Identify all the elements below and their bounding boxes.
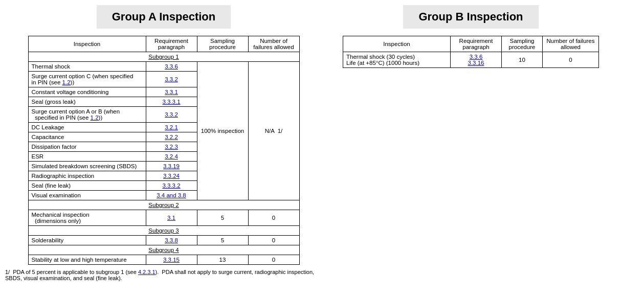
cell-inspection: Mechanical inspection (dimensions only) [28,210,146,226]
group-a-header-row: Inspection Requirement paragraph Samplin… [28,36,299,52]
group-b-section: Group B Inspection Inspection Requiremen… [343,5,599,68]
subgroup3-label-text: Subgroup 3 [148,227,179,234]
cell-inspection: Visual examination [28,191,146,200]
footnote-text: 1/ PDA of 5 percent is applicable to sub… [5,269,314,281]
cell-failures: 0 [248,236,299,245]
table-row: Stability at low and high temperature 3.… [28,255,299,265]
cell-req: 3.3.2 [146,72,197,87]
cell-req: 3.4 and 3.8 [146,191,197,200]
header-sampling-b: Sampling procedure [502,36,543,52]
header-requirement-b: Requirement paragraph [451,36,502,52]
cell-inspection: ESR [28,152,146,162]
table-row: Solderability 3.3.8 5 0 [28,236,299,245]
cell-req: 3.3.6 [146,62,197,72]
group-a-table: Inspection Requirement paragraph Samplin… [28,36,300,265]
cell-req: 3.3.1 [146,87,197,97]
subgroup3-header-row: Subgroup 3 [28,226,299,236]
link-1-2a[interactable]: 1.2 [62,79,71,85]
group-a-title: Group A Inspection [97,5,231,29]
cell-sampling: 5 [197,236,248,245]
group-b-header-row: Inspection Requirement paragraph Samplin… [343,36,599,52]
subgroup4-label-text: Subgroup 4 [148,247,179,253]
cell-req: 3.3.3.2 [146,181,197,191]
subgroup2-label-text: Subgroup 2 [148,202,179,208]
group-b-table: Inspection Requirement paragraph Samplin… [343,36,599,68]
cell-inspection: Capacitance [28,132,146,142]
cell-sampling-b1: 10 [502,52,543,68]
page-container: Group A Inspection Inspection Requiremen… [5,5,639,281]
cell-failures: 0 [248,210,299,226]
cell-inspection: Constant voltage conditioning [28,87,146,97]
cell-req-b1: 3.3.6 3.3.16 [451,52,502,68]
cell-inspection: Thermal shock [28,62,146,72]
footnote: 1/ PDA of 5 percent is applicable to sub… [5,269,322,281]
subgroup3-label: Subgroup 3 [28,226,299,236]
cell-inspection: Simulated breakdown screening (SBDS) [28,162,146,171]
cell-inspection: Surge current option A or B (when specif… [28,107,146,123]
header-failures-b: Number of failures allowed [543,36,599,52]
cell-req: 3.1 [146,210,197,226]
cell-req: 3.3.24 [146,171,197,181]
table-row: Mechanical inspection (dimensions only) … [28,210,299,226]
group-b-title: Group B Inspection [403,5,538,29]
cell-sampling: 5 [197,210,248,226]
cell-req: 3.2.1 [146,123,197,132]
subgroup1-header-row: Subgroup 1 [28,52,299,62]
header-inspection: Inspection [28,36,146,52]
subgroup4-label: Subgroup 4 [28,245,299,255]
cell-req: 3.2.4 [146,152,197,162]
cell-req: 3.3.2 [146,107,197,123]
cell-req: 3.2.2 [146,132,197,142]
header-failures: Number of failures allowed [248,36,299,52]
cell-failures-s1: N/A 1/ [248,62,299,200]
cell-req: 3.2.3 [146,142,197,152]
cell-req: 3.3.15 [146,255,197,265]
table-row: Thermal shock 3.3.6 100% inspection N/A … [28,62,299,72]
cell-sampling-s1: 100% inspection [197,62,248,200]
table-row: Thermal shock (30 cycles)Life (at +85°C)… [343,52,599,68]
cell-failures-b1: 0 [543,52,599,68]
cell-inspection: DC Leakage [28,123,146,132]
cell-inspection: Seal (gross leak) [28,97,146,107]
subgroup4-header-row: Subgroup 4 [28,245,299,255]
cell-failures: 0 [248,255,299,265]
cell-inspection: Surge current option C (when specifiedin… [28,72,146,87]
link-1-2b[interactable]: 1.2 [91,115,99,121]
header-sampling: Sampling procedure [197,36,248,52]
cell-req: 3.3.8 [146,236,197,245]
cell-inspection: Dissipation factor [28,142,146,152]
subgroup2-header-row: Subgroup 2 [28,200,299,210]
cell-req: 3.3.19 [146,162,197,171]
group-a-section: Group A Inspection Inspection Requiremen… [5,5,322,281]
header-inspection-b: Inspection [343,36,451,52]
cell-inspection: Solderability [28,236,146,245]
subgroup1-label: Subgroup 1 [28,52,299,62]
header-requirement: Requirement paragraph [146,36,197,52]
link-4231[interactable]: 4.2.3.1 [138,269,156,275]
cell-sampling: 13 [197,255,248,265]
tables-row: Group A Inspection Inspection Requiremen… [5,5,639,281]
cell-inspection: Seal (fine leak) [28,181,146,191]
subgroup1-label-text: Subgroup 1 [148,54,179,60]
cell-inspection-b1: Thermal shock (30 cycles)Life (at +85°C)… [343,52,451,68]
cell-req: 3.3.3.1 [146,97,197,107]
cell-inspection: Radiographic inspection [28,171,146,181]
cell-inspection: Stability at low and high temperature [28,255,146,265]
subgroup2-label: Subgroup 2 [28,200,299,210]
